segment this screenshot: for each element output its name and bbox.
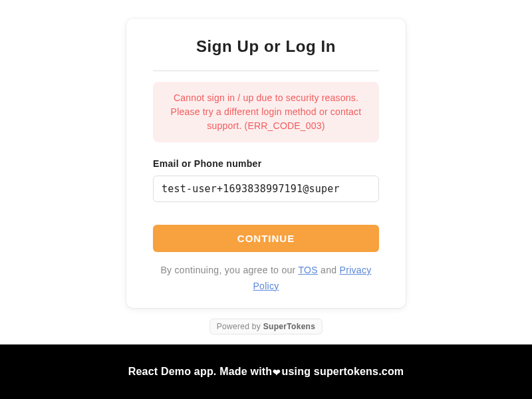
email-label: Email or Phone number (153, 158, 379, 169)
error-banner: Cannot sign in / up due to security reas… (153, 82, 379, 142)
consent-middle: and (321, 265, 339, 275)
powered-brand: SuperTokens (263, 322, 315, 331)
continue-button[interactable]: CONTINUE (153, 225, 379, 252)
consent-text: By continuing, you agree to our TOS and … (153, 263, 379, 295)
footer-text-prefix: React Demo app. Made with (128, 366, 273, 378)
email-or-phone-input[interactable] (153, 176, 379, 202)
consent-prefix: By continuing, you agree to our (160, 265, 298, 275)
powered-by-wrap: Powered by SuperTokens (0, 319, 532, 334)
tos-link[interactable]: TOS (298, 265, 317, 275)
auth-card: Sign Up or Log In Cannot sign in / up du… (126, 19, 406, 308)
page-title: Sign Up or Log In (153, 37, 379, 56)
footer-text-suffix: using supertokens.com (282, 366, 404, 378)
powered-by-badge: Powered by SuperTokens (209, 319, 323, 334)
divider (153, 70, 379, 71)
powered-prefix: Powered by (217, 322, 263, 331)
footer-bar: React Demo app. Made with ❤ using supert… (0, 344, 532, 399)
heart-icon: ❤ (273, 367, 281, 378)
